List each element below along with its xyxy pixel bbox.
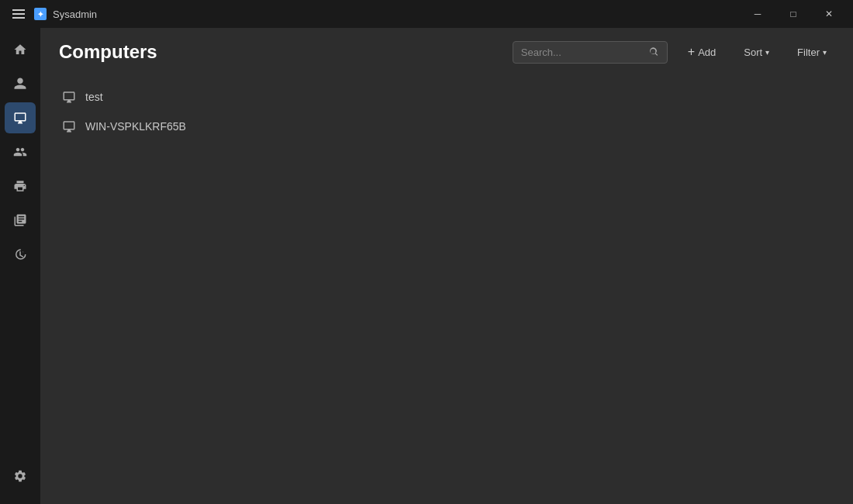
- page-title: Computers: [59, 41, 157, 63]
- close-button[interactable]: ✕: [811, 0, 847, 28]
- app-logo: ✦: [34, 8, 47, 20]
- people-icon: [13, 145, 27, 159]
- search-box[interactable]: [513, 41, 668, 64]
- filter-label: Filter: [797, 47, 820, 58]
- maximize-button[interactable]: □: [775, 0, 811, 28]
- add-label: Add: [698, 47, 716, 58]
- filter-chevron-icon: ▾: [823, 48, 827, 57]
- clock-icon: [13, 247, 27, 261]
- home-icon: [13, 43, 27, 57]
- search-input[interactable]: [521, 47, 642, 58]
- add-button[interactable]: + Add: [680, 40, 723, 64]
- minimize-button[interactable]: ─: [740, 0, 775, 28]
- computer-list: test WIN-VSPKLKRF65B: [40, 76, 853, 504]
- computer-item-icon: [62, 90, 76, 104]
- sort-button[interactable]: Sort ▾: [736, 42, 777, 63]
- sidebar-item-users[interactable]: [5, 68, 36, 99]
- app-name: Sysadmin: [53, 9, 97, 20]
- list-item[interactable]: test: [53, 82, 841, 112]
- search-button[interactable]: [648, 47, 659, 57]
- person-icon: [13, 77, 27, 91]
- window-controls: ─ □ ✕: [740, 0, 847, 28]
- sidebar-item-history[interactable]: [5, 239, 36, 270]
- main-content: Computers + Add Sort ▾: [40, 28, 853, 504]
- computer-name: WIN-VSPKLKRF65B: [85, 120, 186, 133]
- software-icon: [13, 213, 27, 227]
- sidebar-item-printers[interactable]: [5, 171, 36, 202]
- plus-icon: +: [688, 45, 695, 59]
- sort-chevron-icon: ▾: [765, 48, 769, 57]
- topbar: Computers + Add Sort ▾: [40, 28, 853, 76]
- computer-item-icon: [62, 119, 76, 133]
- sidebar-item-groups[interactable]: [5, 136, 36, 167]
- hamburger-menu[interactable]: [9, 6, 28, 22]
- titlebar-left: ✦ Sysadmin: [9, 6, 97, 22]
- list-item[interactable]: WIN-VSPKLKRF65B: [53, 112, 841, 141]
- computer-icon: [13, 111, 27, 125]
- search-icon: [648, 47, 659, 57]
- titlebar: ✦ Sysadmin ─ □ ✕: [0, 0, 853, 28]
- computer-name: test: [85, 91, 103, 103]
- sidebar: [0, 28, 40, 504]
- sidebar-item-computers[interactable]: [5, 102, 36, 133]
- printer-icon: [13, 179, 27, 193]
- app-body: Computers + Add Sort ▾: [0, 28, 853, 504]
- gear-icon: [13, 469, 27, 483]
- sidebar-item-software[interactable]: [5, 205, 36, 236]
- filter-button[interactable]: Filter ▾: [789, 42, 834, 63]
- sort-label: Sort: [744, 47, 762, 58]
- sidebar-item-settings[interactable]: [5, 464, 36, 495]
- sidebar-item-home[interactable]: [5, 34, 36, 65]
